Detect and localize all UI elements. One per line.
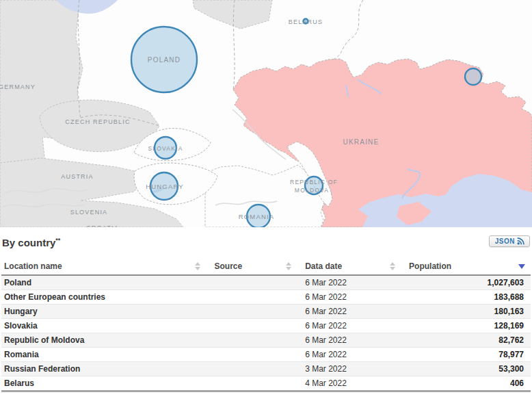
- map-label-czech-republic: CZECH REPUBLIC: [65, 118, 130, 125]
- cell-data-date: 3 Mar 2022: [297, 362, 401, 376]
- map-label-romania: ROMANIA: [239, 213, 275, 220]
- cell-source: [206, 376, 297, 391]
- map-label-hungary: HUNGARY: [146, 183, 184, 190]
- cell-source: [206, 348, 297, 362]
- sort-icon-unsorted: [195, 262, 200, 270]
- table-row-other-european-countries: Other European countries 6 Mar 2022 183,…: [1, 290, 531, 305]
- cell-data-date: 6 Mar 2022: [297, 319, 401, 333]
- title-footnote-marker: **: [55, 237, 60, 244]
- table-row-hungary: Hungary 6 Mar 2022 180,163: [1, 305, 531, 319]
- map-label-poland: POLAND: [148, 56, 181, 64]
- cell-location: Republic of Moldova: [1, 333, 206, 348]
- map-label-austria: AUSTRIA: [61, 173, 93, 180]
- table-header-row: Location name Source Data date Populatio…: [1, 259, 531, 275]
- cell-population: 53,300: [401, 362, 531, 376]
- json-export-button[interactable]: JSON: [489, 235, 530, 247]
- cell-location: Romania: [1, 348, 206, 362]
- cell-source: [206, 290, 297, 305]
- column-label: Population: [409, 261, 451, 271]
- sort-icon-descending: [518, 264, 525, 269]
- map-label-croatia: CROATIA: [86, 224, 119, 227]
- cell-location: Belarus: [1, 376, 206, 391]
- cell-source: [206, 333, 297, 348]
- cell-population: 183,688: [401, 290, 531, 305]
- cell-data-date: 6 Mar 2022: [297, 348, 401, 362]
- column-header-population[interactable]: Population: [401, 259, 531, 275]
- column-label: Data date: [305, 261, 342, 271]
- column-header-location-name[interactable]: Location name: [1, 259, 206, 275]
- cell-population: 78,977: [401, 348, 531, 362]
- cell-source: [206, 275, 297, 290]
- column-header-source[interactable]: Source: [206, 259, 297, 275]
- map-view[interactable]: GERMANY CZECH REPUBLIC AUSTRIA SLOVENIA …: [0, 0, 532, 227]
- cell-data-date: 6 Mar 2022: [297, 290, 401, 305]
- map-label-slovenia: SLOVENIA: [70, 209, 108, 216]
- cell-location: Hungary: [1, 305, 206, 319]
- map-label-moldova: MOLDOVA: [295, 187, 329, 194]
- map-label-slovakia: SLOVAKIA: [148, 145, 183, 152]
- cell-population: 406: [401, 376, 531, 391]
- column-label: Location name: [4, 261, 62, 271]
- column-header-data-date[interactable]: Data date: [297, 259, 401, 275]
- cell-data-date: 6 Mar 2022: [297, 275, 401, 290]
- table-row-slovakia: Slovakia 6 Mar 2022 128,169: [1, 319, 531, 333]
- table-row-russian-federation: Russian Federation 3 Mar 2022 53,300: [1, 362, 531, 376]
- cell-location: Poland: [1, 275, 206, 290]
- table-row-poland: Poland 6 Mar 2022 1,027,603: [1, 275, 531, 290]
- cell-data-date: 6 Mar 2022: [297, 333, 401, 348]
- cell-population: 180,163: [401, 305, 531, 319]
- by-country-table: Location name Source Data date Populatio…: [1, 259, 531, 392]
- cell-population: 82,762: [401, 333, 531, 348]
- cell-location: Russian Federation: [1, 362, 206, 376]
- column-label: Source: [214, 261, 242, 271]
- cell-location: Other European countries: [1, 290, 206, 305]
- map-label-belarus: BELARUS: [289, 18, 323, 25]
- cell-source: [206, 319, 297, 333]
- sort-icon-unsorted: [390, 262, 395, 270]
- europe-map[interactable]: GERMANY CZECH REPUBLIC AUSTRIA SLOVENIA …: [0, 0, 532, 227]
- cell-data-date: 6 Mar 2022: [297, 305, 401, 319]
- cell-source: [206, 362, 297, 376]
- table-row-republic-of-moldova: Republic of Moldova 6 Mar 2022 82,762: [1, 333, 531, 348]
- json-button-label: JSON: [495, 237, 515, 245]
- refugee-data-portal-page: GERMANY CZECH REPUBLIC AUSTRIA SLOVENIA …: [0, 0, 532, 399]
- map-label-germany: GERMANY: [0, 83, 36, 90]
- cell-source: [206, 305, 297, 319]
- cell-data-date: 4 Mar 2022: [297, 376, 401, 391]
- cell-population: 128,169: [401, 319, 531, 333]
- by-country-section: By country** JSON Location name: [0, 227, 532, 392]
- bubble-russian-federation[interactable]: [465, 68, 481, 85]
- map-label-ukraine: UKRAINE: [343, 138, 380, 146]
- cell-population: 1,027,603: [401, 275, 531, 290]
- sort-icon-unsorted: [286, 262, 291, 270]
- rss-feed-icon: [517, 237, 524, 245]
- table-row-romania: Romania 6 Mar 2022 78,977: [1, 348, 531, 362]
- section-title: By country**: [2, 237, 60, 248]
- cell-location: Slovakia: [1, 319, 206, 333]
- map-label-republic-of: REPUBLIC OF: [290, 179, 338, 185]
- table-row-belarus: Belarus 4 Mar 2022 406: [1, 376, 531, 391]
